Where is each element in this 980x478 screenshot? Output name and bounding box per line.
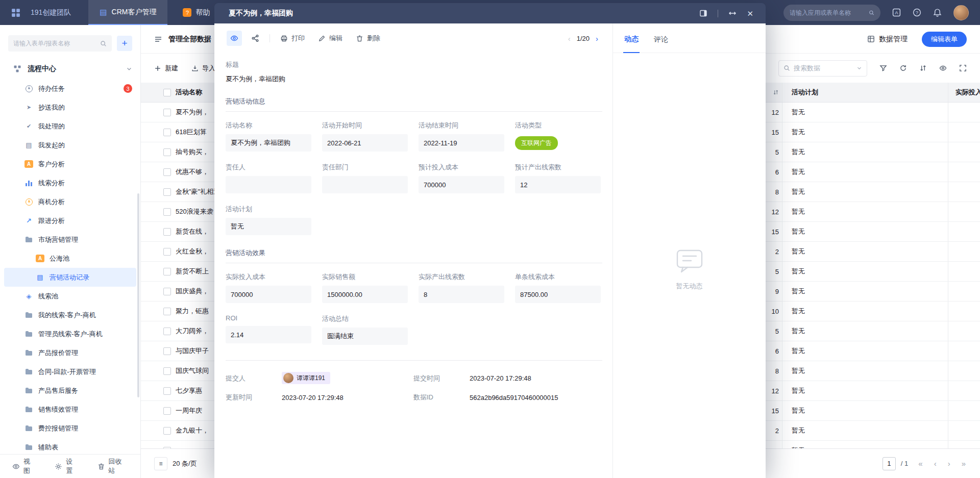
prev-page-button[interactable]: ‹ [933, 459, 938, 468]
sidebar-item[interactable]: 待办任务 3 [4, 79, 136, 98]
row-checkbox[interactable] [163, 427, 171, 435]
select-all-checkbox[interactable] [163, 89, 171, 96]
sidebar-item[interactable]: 营销活动记录 [4, 268, 136, 287]
sidebar-item[interactable]: 线索池 [4, 287, 136, 306]
table-search[interactable] [778, 60, 867, 77]
sidebar-item[interactable]: 费控报销管理 [4, 419, 136, 438]
sidebar-item-label: 商机分析 [38, 197, 65, 207]
row-checkbox[interactable] [163, 308, 171, 315]
row-checkbox[interactable] [163, 228, 171, 236]
data-scope-selector[interactable]: 管理全部数据 [154, 35, 211, 44]
tab-activity[interactable]: 动态 [623, 35, 640, 53]
page-size-selector[interactable]: ≡ 20 条/页 [154, 457, 197, 470]
language-icon[interactable]: A [892, 8, 901, 17]
view-mode-button[interactable] [227, 31, 242, 46]
app-launcher-icon[interactable] [11, 8, 20, 17]
topbar-tab-crm[interactable]: ▤ CRM客户管理 [88, 0, 167, 25]
prev-record-button[interactable]: ‹ [568, 34, 571, 43]
sidebar-item[interactable]: 我发起的 [4, 136, 136, 155]
row-checkbox[interactable] [163, 129, 171, 136]
new-record-button[interactable]: 新建 [154, 64, 178, 73]
row-checkbox[interactable] [163, 347, 171, 355]
row-checkbox[interactable] [163, 288, 171, 295]
sidebar-item[interactable]: 公海池 [4, 249, 136, 268]
row-checkbox[interactable] [163, 109, 171, 116]
sidebar-item[interactable]: 客户分析 [4, 155, 136, 173]
cell-actual-cost [948, 341, 980, 361]
sidebar-item[interactable]: 跟进分析 [4, 211, 136, 230]
help-icon[interactable]: ? [913, 8, 921, 17]
refresh-icon[interactable] [899, 64, 907, 72]
notification-bell-icon[interactable] [933, 8, 942, 17]
sidebar-item[interactable]: 合同-回款-开票管理 [4, 362, 136, 381]
next-record-button[interactable]: › [596, 34, 598, 43]
sidebar-item-label: 我处理的 [38, 122, 65, 131]
views-button[interactable]: 视图 [12, 457, 36, 475]
edit-form-button[interactable]: 编辑表单 [922, 32, 967, 47]
print-button[interactable]: 打印 [280, 34, 305, 43]
sidebar-item[interactable]: 产品报价管理 [4, 343, 136, 362]
toggle-panel-icon[interactable] [699, 9, 707, 17]
search-icon [869, 9, 874, 16]
column-sort-icon[interactable] [773, 89, 779, 95]
sidebar-item[interactable]: 管理员线索-客户-商机 [4, 324, 136, 343]
sidebar-item[interactable]: 市场营销管理 [4, 230, 136, 249]
share-button[interactable] [251, 34, 259, 42]
topbar-team-tab[interactable]: 191创建团队 [28, 0, 74, 25]
section-campaign-info: 营销活动信息 [226, 97, 602, 112]
row-checkbox[interactable] [163, 387, 171, 395]
recycle-bin-button[interactable]: 回收站 [97, 457, 128, 475]
sidebar-item[interactable]: 辅助表 [4, 438, 136, 454]
col-header-plan[interactable]: 活动计划 [782, 83, 948, 102]
table-search-input[interactable] [794, 64, 853, 72]
page-size-icon[interactable]: ≡ [154, 457, 167, 470]
row-checkbox[interactable] [163, 208, 171, 216]
sidebar-item[interactable]: 线索分析 [4, 173, 136, 192]
row-checkbox[interactable] [163, 248, 171, 256]
sidebar-search[interactable] [8, 35, 112, 52]
tab-comments[interactable]: 评论 [653, 35, 669, 53]
sidebar-group-process-center[interactable]: 流程中心 [0, 59, 140, 79]
data-manage-button[interactable]: 数据管理 [867, 35, 908, 44]
row-checkbox[interactable] [163, 328, 171, 335]
data-id-value: 562a2b96da59170460000015 [470, 394, 602, 401]
first-page-button[interactable]: « [917, 459, 923, 468]
row-checkbox[interactable] [163, 148, 171, 156]
add-button[interactable]: + [117, 36, 132, 51]
delete-button[interactable]: 删除 [356, 34, 380, 43]
import-button[interactable]: 导入 [191, 64, 215, 73]
next-page-button[interactable]: › [947, 459, 951, 468]
row-checkbox[interactable] [163, 407, 171, 415]
current-page[interactable]: 1 [883, 457, 896, 470]
sidebar-item[interactable]: 销售绩效管理 [4, 400, 136, 419]
close-icon[interactable]: ✕ [747, 10, 753, 17]
sidebar-item[interactable]: 抄送我的 [4, 98, 136, 117]
global-search-input[interactable] [790, 9, 869, 16]
settings-button[interactable]: 设置 [55, 457, 79, 475]
sort-icon[interactable] [919, 64, 927, 72]
fullscreen-icon[interactable] [959, 64, 967, 72]
expand-horizontal-icon[interactable] [728, 9, 737, 17]
row-checkbox[interactable] [163, 188, 171, 196]
sidebar-item-label: 管理员线索-客户-商机 [38, 330, 103, 339]
submitter-chip[interactable]: 谭谭谭191 [282, 372, 330, 384]
topbar-tab-help[interactable]: ? 帮助 [178, 0, 215, 25]
global-search[interactable] [783, 5, 880, 21]
row-checkbox[interactable] [163, 168, 171, 176]
edit-button[interactable]: 编辑 [318, 34, 342, 43]
sidebar-item[interactable]: 商机分析 [4, 192, 136, 211]
sidebar-scrollbar[interactable] [137, 193, 139, 397]
filter-icon[interactable] [879, 64, 887, 72]
user-avatar[interactable] [953, 5, 969, 20]
row-checkbox[interactable] [163, 268, 171, 275]
sidebar-item[interactable]: 产品售后服务 [4, 381, 136, 400]
last-page-button[interactable]: » [961, 459, 967, 468]
col-header-actual[interactable]: 实际投入成本 [948, 83, 980, 102]
sidebar-search-input[interactable] [13, 40, 100, 47]
cell-actual-cost [948, 301, 980, 321]
chevron-down-icon[interactable] [856, 65, 862, 71]
row-checkbox[interactable] [163, 367, 171, 375]
sidebar-item[interactable]: 我的线索-客户-商机 [4, 306, 136, 324]
sidebar-item[interactable]: 我处理的 [4, 117, 136, 136]
column-visibility-eye-icon[interactable] [939, 64, 947, 72]
